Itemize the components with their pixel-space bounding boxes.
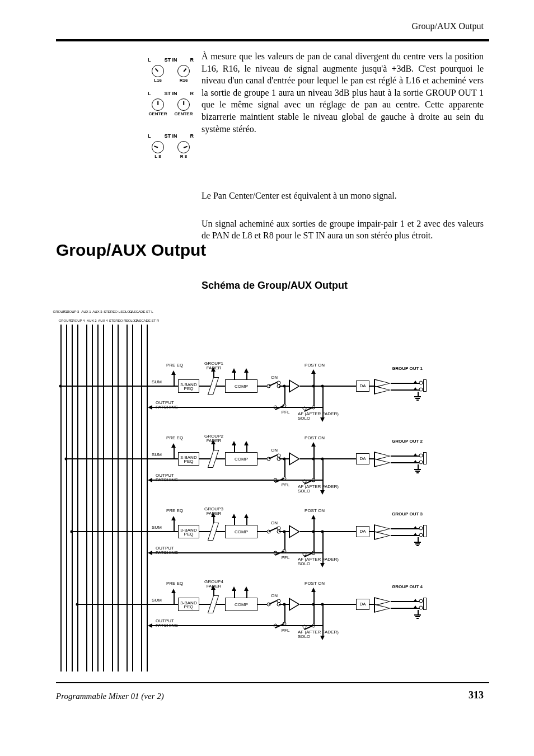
bus-label: STEREO L (104, 310, 120, 313)
paragraph-narrow-stereo: Un signal acheminé aux sorties de groupe… (202, 218, 484, 242)
page-number: 313 (469, 689, 484, 701)
bus-label: CASCADE ST R (134, 319, 159, 322)
dial-pair-l16-r16: L ST IN R L16 R16 (146, 63, 196, 83)
paragraph-gain-note: À mesure que les valeurs de pan de canal… (202, 50, 484, 135)
block-diagram: GROUP 1GROUP 2GROUP 3GROUP 4AUX 1AUX 2AU… (56, 325, 487, 672)
bus-label: AUX 3 (92, 310, 102, 313)
subsection-heading: Schéma de Group/AUX Output (202, 280, 348, 292)
bus-label: STEREO R (109, 319, 127, 322)
page-header-title: Group/AUX Output (412, 21, 484, 31)
footer-model: Programmable Mixer 01 (ver 2) (56, 692, 164, 701)
section-heading: Group/AUX Output (56, 241, 206, 260)
dial-pair-l8-r8: L ST IN R L 8 R 8 (146, 139, 196, 159)
footer-rule (56, 682, 489, 684)
header-rule (56, 39, 489, 41)
bus-label: GROUP 3 (64, 310, 79, 313)
bus-label: AUX 2 (87, 319, 96, 322)
paragraph-center-mono: Le Pan Center/Center est équivalent à un… (202, 190, 484, 202)
bus-label: GROUP 4 (70, 319, 85, 322)
bus-label: AUX 1 (81, 310, 91, 313)
bus-label: AUX 4 (98, 319, 107, 322)
dial-pair-center: L ST IN R CENTER CENTER (146, 96, 196, 116)
bus-label: CASCADE ST L (129, 310, 153, 313)
body-paragraphs: À mesure que les valeurs de pan de canal… (202, 50, 484, 250)
